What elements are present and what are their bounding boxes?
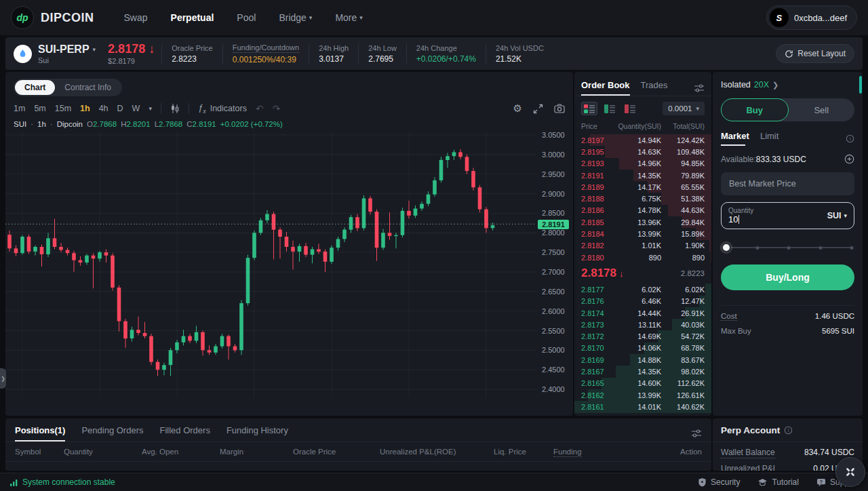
ask-row[interactable]: 2.819514.63K109.48K [574, 146, 711, 157]
timeframe-w[interactable]: W [132, 104, 140, 113]
symbol-selector[interactable]: SUI-PERP ▾ Sui [38, 43, 96, 64]
bid-row[interactable]: 2.817214.69K54.72K [574, 330, 711, 342]
bid-row[interactable]: 2.816213.99K126.61K [574, 389, 711, 401]
positions-settings-icon[interactable] [691, 429, 702, 438]
trade-panel-scrollbar[interactable] [859, 76, 862, 94]
layout-both-sides-icon[interactable] [581, 102, 597, 115]
precision-dropdown[interactable]: 0.0001▾ [663, 102, 705, 115]
nav-item-bridge[interactable]: Bridge▾ [279, 12, 312, 23]
price-input[interactable]: Best Market Price [721, 172, 854, 195]
widget-tools-button[interactable] [835, 457, 865, 487]
price-axis-label: 2.5000 [542, 346, 565, 354]
chart-settings-gear-icon[interactable]: ⚙ [513, 102, 522, 115]
bid-row[interactable]: 2.81766.46K12.47K [574, 296, 711, 307]
undo-icon[interactable]: ↶ [256, 103, 264, 114]
stat-label: Funding/Countdown [233, 43, 299, 53]
slider-thumb[interactable] [722, 243, 731, 252]
order-type-info-icon[interactable]: i [846, 134, 854, 143]
fullscreen-icon[interactable] [533, 104, 543, 114]
status-link-tutorial[interactable]: Tutorial [757, 477, 799, 487]
column-symbol: Symbol [15, 448, 64, 456]
redo-icon[interactable]: ↷ [273, 103, 281, 114]
tab-market[interactable]: Market [721, 131, 749, 146]
tab-positions-1-[interactable]: Positions(1) [15, 425, 65, 441]
timeframe-d[interactable]: D [117, 104, 123, 113]
margin-mode-selector[interactable]: Isolated 20X ❯ [721, 80, 854, 90]
nav-item-more[interactable]: More▾ [335, 12, 362, 23]
stat-24h-change: 24h Change+0.0206/+0.74% [406, 44, 486, 64]
timeframe-more-icon[interactable]: ▾ [149, 105, 152, 112]
bid-row[interactable]: 2.816714.35K98.02K [574, 366, 711, 377]
layout-bids-only-icon[interactable] [601, 102, 618, 115]
tab-contract-info[interactable]: Contract Info [55, 80, 121, 95]
ask-row[interactable]: 2.818513.96K29.84K [574, 216, 711, 228]
buy-long-button[interactable]: Buy/Long [721, 264, 854, 290]
quantity-unit-dropdown[interactable]: SUI ▾ [827, 211, 847, 220]
graduation-cap-icon [757, 478, 768, 486]
nav-item-perpetual[interactable]: Perpetual [171, 12, 214, 23]
bid-row[interactable]: 2.81776.02K6.02K [574, 283, 711, 295]
ask-row[interactable]: 2.818413.99K15.89K [574, 228, 711, 239]
price-axis[interactable]: 3.05003.00002.95002.90002.85002.80002.75… [536, 133, 573, 398]
bid-row[interactable]: 2.817414.44K26.91K [574, 307, 711, 319]
timeframe-5m[interactable]: 5m [34, 104, 45, 113]
tab-sell[interactable]: Sell [789, 98, 855, 121]
tab-filled-orders[interactable]: Filled Orders [159, 425, 210, 441]
perp-account-info-icon[interactable]: i [784, 426, 793, 435]
divider [721, 305, 854, 306]
snapshot-camera-icon[interactable] [554, 104, 565, 113]
tab-order-book[interactable]: Order Book [581, 80, 630, 96]
timeframe-15m[interactable]: 15m [55, 104, 71, 113]
slider-dot-1[interactable] [756, 246, 760, 250]
indicators-button[interactable]: ƒx Indicators [198, 102, 247, 115]
tab-chart[interactable]: Chart [15, 80, 55, 95]
tab-buy[interactable]: Buy [721, 98, 789, 121]
slider-dot-2[interactable] [787, 246, 791, 250]
nav-item-swap[interactable]: Swap [124, 12, 148, 23]
ask-row[interactable]: 2.8180890890 [574, 252, 711, 263]
mid-price[interactable]: 2.8178 [581, 267, 616, 280]
reset-layout-button[interactable]: Reset Layout [776, 44, 854, 63]
ask-row[interactable]: 2.818614.78K44.63K [574, 205, 711, 216]
dipcoin-logo-icon[interactable]: dp [11, 6, 34, 29]
slider-dot-4[interactable] [850, 246, 854, 250]
tab-funding-history[interactable]: Funding History [226, 425, 288, 441]
ask-row[interactable]: 2.819714.94K124.42K [574, 134, 711, 146]
status-link-security[interactable]: Security [698, 477, 740, 487]
quantity-slider[interactable] [724, 243, 852, 252]
drawing-toolbar-handle[interactable]: ❯ [0, 368, 6, 389]
candle-style-icon[interactable] [170, 103, 180, 114]
ask-row[interactable]: 2.81886.75K51.38K [574, 193, 711, 204]
tab-pending-orders[interactable]: Pending Orders [81, 425, 143, 441]
layout-asks-only-icon[interactable] [622, 102, 638, 115]
chevron-down-icon: ▾ [309, 14, 313, 21]
bid-row[interactable]: 2.816514.60K112.62K [574, 378, 711, 389]
tab-limit[interactable]: Limit [760, 131, 778, 146]
deposit-plus-icon[interactable] [844, 154, 854, 164]
quantity-label: Quantity [728, 207, 827, 214]
bid-row[interactable]: 2.817014.06K68.78K [574, 342, 711, 354]
order-book-settings-icon[interactable] [694, 83, 705, 93]
depth-bar [711, 252, 711, 263]
tab-trades[interactable]: Trades [641, 80, 668, 96]
ask-row[interactable]: 2.818914.17K65.55K [574, 181, 711, 193]
timeframe-1h[interactable]: 1h [80, 104, 90, 113]
timeframe-4h[interactable]: 4h [99, 104, 108, 113]
bid-row[interactable]: 2.817313.11K40.03K [574, 319, 711, 330]
bid-row[interactable]: 2.816914.88K83.67K [574, 354, 711, 366]
ask-row[interactable]: 2.819114.35K79.89K [574, 170, 711, 181]
nav-item-pool[interactable]: Pool [237, 12, 256, 23]
timeframe-1m[interactable]: 1m [14, 104, 25, 113]
bid-row[interactable]: 2.816114.01K140.62K [574, 401, 711, 412]
total-cell: 94.85K [661, 159, 705, 168]
ask-row[interactable]: 2.819314.96K94.85K [574, 158, 711, 170]
timeframe-group: 1m5m15m1h4hDW [14, 104, 140, 113]
wallet-button[interactable]: S 0xcbda...deef [766, 5, 857, 30]
wallet-provider-icon: S [770, 8, 789, 27]
candlestick-chart[interactable] [5, 133, 536, 398]
quantity-cell: 890 [616, 254, 661, 262]
available-balance-row: Available: 833.33 USDC [721, 154, 854, 164]
quantity-input[interactable]: Quantity 10 SUI ▾ [721, 202, 854, 229]
slider-dot-3[interactable] [818, 246, 822, 250]
ask-row[interactable]: 2.81821.01K1.90K [574, 240, 711, 252]
